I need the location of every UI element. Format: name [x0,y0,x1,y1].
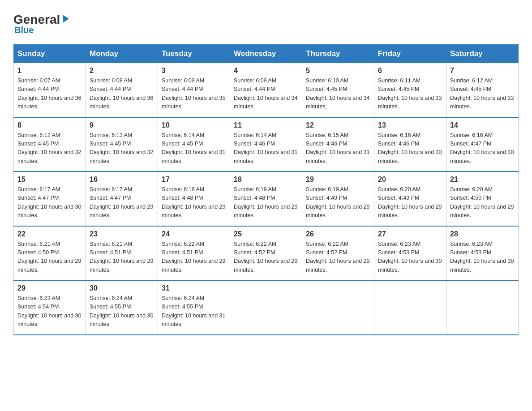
day-info: Sunrise: 6:22 AM Sunset: 4:51 PM Dayligh… [162,240,226,275]
day-number: 18 [234,176,298,184]
calendar-cell [446,280,519,335]
calendar-cell: 9 Sunrise: 6:13 AM Sunset: 4:45 PM Dayli… [86,117,158,172]
day-info: Sunrise: 6:23 AM Sunset: 4:54 PM Dayligh… [17,294,82,329]
day-info: Sunrise: 6:10 AM Sunset: 4:45 PM Dayligh… [306,77,370,111]
week-row-5: 29 Sunrise: 6:23 AM Sunset: 4:54 PM Dayl… [14,280,519,335]
day-info: Sunrise: 6:07 AM Sunset: 4:44 PM Dayligh… [17,77,82,111]
header-tuesday: Tuesday [158,45,230,63]
day-info: Sunrise: 6:16 AM Sunset: 4:46 PM Dayligh… [378,131,442,166]
day-number: 21 [450,176,515,184]
day-number: 20 [378,176,442,184]
calendar-cell [302,280,374,335]
calendar-cell: 26 Sunrise: 6:22 AM Sunset: 4:52 PM Dayl… [302,226,374,281]
day-info: Sunrise: 6:19 AM Sunset: 4:48 PM Dayligh… [234,185,298,220]
day-info: Sunrise: 6:17 AM Sunset: 4:47 PM Dayligh… [17,185,82,220]
header-row: SundayMondayTuesdayWednesdayThursdayFrid… [14,45,519,63]
day-number: 9 [90,121,154,129]
day-info: Sunrise: 6:14 AM Sunset: 4:45 PM Dayligh… [162,131,226,166]
day-number: 25 [234,230,298,238]
calendar-cell: 11 Sunrise: 6:14 AM Sunset: 4:46 PM Dayl… [230,117,302,172]
logo: General Blue [13,13,71,35]
day-info: Sunrise: 6:17 AM Sunset: 4:47 PM Dayligh… [90,185,154,220]
day-number: 6 [378,67,442,75]
day-info: Sunrise: 6:13 AM Sunset: 4:45 PM Dayligh… [90,131,154,166]
day-info: Sunrise: 6:16 AM Sunset: 4:47 PM Dayligh… [450,131,515,166]
day-info: Sunrise: 6:24 AM Sunset: 4:55 PM Dayligh… [90,294,154,329]
day-number: 15 [17,176,82,184]
day-info: Sunrise: 6:22 AM Sunset: 4:52 PM Dayligh… [234,240,298,275]
day-info: Sunrise: 6:20 AM Sunset: 4:50 PM Dayligh… [450,185,515,220]
day-info: Sunrise: 6:21 AM Sunset: 4:51 PM Dayligh… [90,240,154,275]
day-number: 30 [90,284,154,292]
day-number: 16 [90,176,154,184]
calendar-cell: 22 Sunrise: 6:21 AM Sunset: 4:50 PM Dayl… [14,226,86,281]
header-sunday: Sunday [14,45,86,63]
day-number: 31 [162,284,226,292]
day-number: 1 [17,67,82,75]
day-number: 27 [378,230,442,238]
calendar-cell: 17 Sunrise: 6:18 AM Sunset: 4:48 PM Dayl… [158,171,230,226]
week-row-4: 22 Sunrise: 6:21 AM Sunset: 4:50 PM Dayl… [14,226,519,281]
calendar-cell: 13 Sunrise: 6:16 AM Sunset: 4:46 PM Dayl… [374,117,446,172]
day-info: Sunrise: 6:12 AM Sunset: 4:45 PM Dayligh… [450,77,515,111]
day-info: Sunrise: 6:08 AM Sunset: 4:44 PM Dayligh… [90,77,154,111]
calendar-cell: 28 Sunrise: 6:23 AM Sunset: 4:53 PM Dayl… [446,226,519,281]
day-number: 7 [450,67,515,75]
day-number: 5 [306,67,370,75]
calendar-cell: 31 Sunrise: 6:24 AM Sunset: 4:55 PM Dayl… [158,280,230,335]
header-wednesday: Wednesday [230,45,302,63]
day-info: Sunrise: 6:24 AM Sunset: 4:55 PM Dayligh… [162,294,226,329]
day-number: 8 [17,121,82,129]
calendar-cell: 6 Sunrise: 6:11 AM Sunset: 4:45 PM Dayli… [374,63,446,117]
calendar-cell: 20 Sunrise: 6:20 AM Sunset: 4:49 PM Dayl… [374,171,446,226]
header-thursday: Thursday [302,45,374,63]
day-number: 2 [90,67,154,75]
header-monday: Monday [86,45,158,63]
logo-blue: Blue [14,25,34,35]
day-number: 4 [234,67,298,75]
day-info: Sunrise: 6:19 AM Sunset: 4:49 PM Dayligh… [306,185,370,220]
day-number: 17 [162,176,226,184]
header-saturday: Saturday [446,45,519,63]
calendar-cell: 16 Sunrise: 6:17 AM Sunset: 4:47 PM Dayl… [86,171,158,226]
day-info: Sunrise: 6:12 AM Sunset: 4:45 PM Dayligh… [17,131,82,166]
calendar-cell: 19 Sunrise: 6:19 AM Sunset: 4:49 PM Dayl… [302,171,374,226]
week-row-2: 8 Sunrise: 6:12 AM Sunset: 4:45 PM Dayli… [14,117,519,172]
calendar-cell: 12 Sunrise: 6:15 AM Sunset: 4:46 PM Dayl… [302,117,374,172]
calendar-cell: 25 Sunrise: 6:22 AM Sunset: 4:52 PM Dayl… [230,226,302,281]
day-number: 3 [162,67,226,75]
day-info: Sunrise: 6:14 AM Sunset: 4:46 PM Dayligh… [234,131,298,166]
day-number: 22 [17,230,82,238]
day-info: Sunrise: 6:22 AM Sunset: 4:52 PM Dayligh… [306,240,370,275]
calendar-cell: 14 Sunrise: 6:16 AM Sunset: 4:47 PM Dayl… [446,117,519,172]
day-number: 28 [450,230,515,238]
day-number: 14 [450,121,515,129]
calendar-cell: 24 Sunrise: 6:22 AM Sunset: 4:51 PM Dayl… [158,226,230,281]
day-number: 24 [162,230,226,238]
calendar-cell: 4 Sunrise: 6:09 AM Sunset: 4:44 PM Dayli… [230,63,302,117]
calendar-cell: 21 Sunrise: 6:20 AM Sunset: 4:50 PM Dayl… [446,171,519,226]
day-info: Sunrise: 6:09 AM Sunset: 4:44 PM Dayligh… [234,77,298,111]
calendar-cell: 1 Sunrise: 6:07 AM Sunset: 4:44 PM Dayli… [14,63,86,117]
calendar-cell: 3 Sunrise: 6:09 AM Sunset: 4:44 PM Dayli… [158,63,230,117]
week-row-1: 1 Sunrise: 6:07 AM Sunset: 4:44 PM Dayli… [14,63,519,117]
calendar-cell [230,280,302,335]
header-friday: Friday [374,45,446,63]
day-number: 13 [378,121,442,129]
day-info: Sunrise: 6:11 AM Sunset: 4:45 PM Dayligh… [378,77,442,111]
calendar-cell: 15 Sunrise: 6:17 AM Sunset: 4:47 PM Dayl… [14,171,86,226]
logo-icon [61,14,71,24]
logo-general: General [13,13,60,26]
day-number: 26 [306,230,370,238]
page-header: General Blue [13,13,519,35]
calendar-cell: 5 Sunrise: 6:10 AM Sunset: 4:45 PM Dayli… [302,63,374,117]
calendar-cell: 30 Sunrise: 6:24 AM Sunset: 4:55 PM Dayl… [86,280,158,335]
day-info: Sunrise: 6:15 AM Sunset: 4:46 PM Dayligh… [306,131,370,166]
day-number: 19 [306,176,370,184]
calendar-cell: 7 Sunrise: 6:12 AM Sunset: 4:45 PM Dayli… [446,63,519,117]
calendar-cell [374,280,446,335]
calendar-cell: 27 Sunrise: 6:23 AM Sunset: 4:53 PM Dayl… [374,226,446,281]
day-number: 10 [162,121,226,129]
calendar-cell: 10 Sunrise: 6:14 AM Sunset: 4:45 PM Dayl… [158,117,230,172]
day-info: Sunrise: 6:23 AM Sunset: 4:53 PM Dayligh… [378,240,442,275]
